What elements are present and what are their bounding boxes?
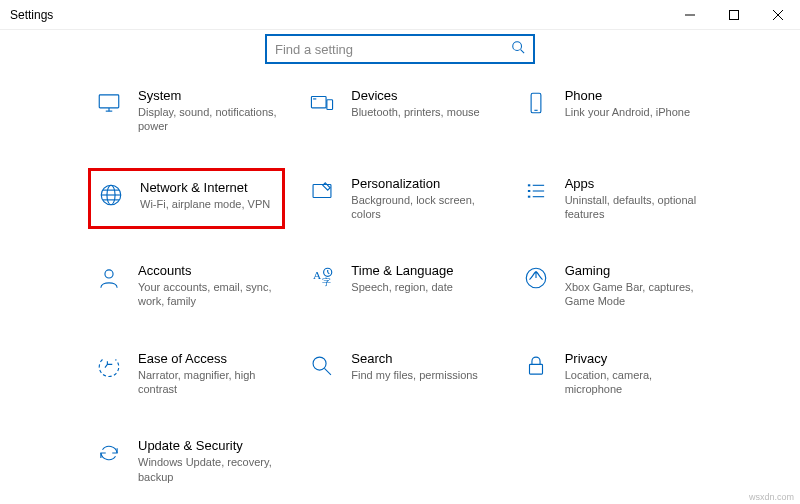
- watermark: wsxdn.com: [749, 492, 794, 502]
- svg-line-5: [521, 50, 525, 54]
- category-apps[interactable]: Apps Uninstall, defaults, optional featu…: [517, 170, 710, 228]
- category-title: Phone: [565, 88, 690, 103]
- category-accounts[interactable]: Accounts Your accounts, email, sync, wor…: [90, 257, 283, 315]
- system-icon: [94, 88, 124, 118]
- category-subtitle: Uninstall, defaults, optional features: [565, 193, 706, 222]
- window-title: Settings: [10, 8, 53, 22]
- maximize-button[interactable]: [712, 0, 756, 30]
- search-box[interactable]: [265, 34, 535, 64]
- svg-rect-9: [312, 97, 327, 108]
- phone-icon: [521, 88, 551, 118]
- category-title: Network & Internet: [140, 180, 270, 195]
- category-time-language[interactable]: A字 Time & Language Speech, region, date: [303, 257, 496, 315]
- window-controls: [668, 0, 800, 30]
- category-title: Update & Security: [138, 438, 279, 453]
- category-title: Devices: [351, 88, 479, 103]
- category-phone[interactable]: Phone Link your Android, iPhone: [517, 82, 710, 140]
- personalization-icon: [307, 176, 337, 206]
- category-subtitle: Xbox Game Bar, captures, Game Mode: [565, 280, 706, 309]
- category-ease-of-access[interactable]: Ease of Access Narrator, magnifier, high…: [90, 345, 283, 403]
- svg-text:A: A: [313, 269, 322, 281]
- category-subtitle: Link your Android, iPhone: [565, 105, 690, 119]
- apps-icon: [521, 176, 551, 206]
- category-subtitle: Find my files, permissions: [351, 368, 478, 382]
- svg-line-31: [328, 273, 330, 275]
- globe-icon: [96, 180, 126, 210]
- search-area: [0, 30, 800, 82]
- category-personalization[interactable]: Personalization Background, lock screen,…: [303, 170, 496, 228]
- category-subtitle: Background, lock screen, colors: [351, 193, 492, 222]
- category-subtitle: Speech, region, date: [351, 280, 453, 294]
- category-subtitle: Narrator, magnifier, high contrast: [138, 368, 279, 397]
- svg-rect-35: [529, 364, 542, 374]
- ease-of-access-icon: [94, 351, 124, 381]
- titlebar: Settings: [0, 0, 800, 30]
- category-subtitle: Windows Update, recovery, backup: [138, 455, 279, 484]
- svg-rect-10: [327, 100, 333, 110]
- svg-line-34: [325, 368, 332, 375]
- categories-grid: System Display, sound, notifications, po…: [0, 82, 800, 490]
- category-gaming[interactable]: Gaming Xbox Game Bar, captures, Game Mod…: [517, 257, 710, 315]
- category-subtitle: Location, camera, microphone: [565, 368, 706, 397]
- svg-rect-1: [730, 10, 739, 19]
- category-subtitle: Your accounts, email, sync, work, family: [138, 280, 279, 309]
- close-button[interactable]: [756, 0, 800, 30]
- update-icon: [94, 438, 124, 468]
- svg-rect-6: [99, 95, 119, 108]
- search-icon: [511, 40, 525, 58]
- gaming-icon: [521, 263, 551, 293]
- search-category-icon: [307, 351, 337, 381]
- svg-text:字: 字: [322, 277, 331, 287]
- devices-icon: [307, 88, 337, 118]
- category-title: Search: [351, 351, 478, 366]
- search-input[interactable]: [275, 42, 511, 57]
- accounts-icon: [94, 263, 124, 293]
- category-title: Privacy: [565, 351, 706, 366]
- time-language-icon: A字: [307, 263, 337, 293]
- category-network[interactable]: Network & Internet Wi-Fi, airplane mode,…: [90, 170, 283, 228]
- svg-point-4: [513, 42, 522, 51]
- category-subtitle: Wi-Fi, airplane mode, VPN: [140, 197, 270, 211]
- category-devices[interactable]: Devices Bluetooth, printers, mouse: [303, 82, 496, 140]
- category-title: Time & Language: [351, 263, 453, 278]
- category-subtitle: Bluetooth, printers, mouse: [351, 105, 479, 119]
- svg-point-26: [105, 270, 113, 278]
- privacy-icon: [521, 351, 551, 381]
- category-title: Accounts: [138, 263, 279, 278]
- category-title: Apps: [565, 176, 706, 191]
- category-privacy[interactable]: Privacy Location, camera, microphone: [517, 345, 710, 403]
- category-title: Ease of Access: [138, 351, 279, 366]
- category-title: Personalization: [351, 176, 492, 191]
- category-system[interactable]: System Display, sound, notifications, po…: [90, 82, 283, 140]
- category-search[interactable]: Search Find my files, permissions: [303, 345, 496, 403]
- category-title: System: [138, 88, 279, 103]
- svg-point-33: [313, 357, 326, 370]
- category-title: Gaming: [565, 263, 706, 278]
- category-subtitle: Display, sound, notifications, power: [138, 105, 279, 134]
- category-update-security[interactable]: Update & Security Windows Update, recove…: [90, 432, 283, 490]
- minimize-button[interactable]: [668, 0, 712, 30]
